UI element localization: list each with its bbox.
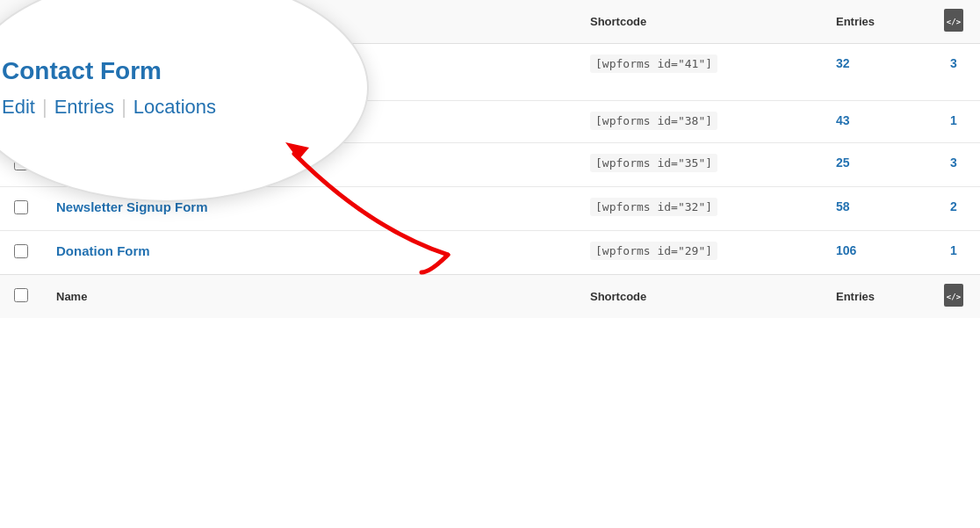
row-checkbox-cell bbox=[0, 231, 42, 275]
shortcode-cell: [wpforms id="32"] bbox=[576, 187, 822, 231]
header-code-icon: </> bbox=[944, 21, 963, 34]
magnify-sep-2: | bbox=[121, 96, 126, 119]
entries-cell: 32 bbox=[822, 44, 927, 101]
svg-text:</>: </> bbox=[947, 18, 962, 26]
svg-text:</>: </> bbox=[947, 293, 962, 301]
entries-value: 25 bbox=[836, 156, 850, 170]
footer-icon-col: </> bbox=[927, 275, 980, 319]
footer-code-icon: </> bbox=[944, 296, 963, 309]
forms-table-container: Name Shortcode Entries </> bbox=[0, 0, 980, 528]
icon-count-cell: 3 bbox=[927, 44, 980, 101]
table-footer-row: Name Shortcode Entries </> bbox=[0, 275, 980, 319]
entries-value: 106 bbox=[836, 243, 856, 257]
entries-value: 32 bbox=[836, 56, 850, 70]
footer-shortcode-col: Shortcode bbox=[576, 275, 822, 319]
icon-count-value: 3 bbox=[950, 56, 957, 70]
entries-value: 43 bbox=[836, 113, 850, 127]
footer-name-col: Name bbox=[42, 275, 576, 319]
icon-count-cell: 3 bbox=[927, 143, 980, 187]
magnify-form-name: Contact Form bbox=[2, 57, 332, 85]
table-row: Donation Form [wpforms id="29"] 106 1 bbox=[0, 231, 980, 275]
header-icon-col: </> bbox=[927, 0, 980, 44]
form-name-link[interactable]: Newsletter Signup Form bbox=[56, 199, 562, 214]
shortcode-value: [wpforms id="35"] bbox=[590, 154, 717, 172]
shortcode-value: [wpforms id="32"] bbox=[590, 198, 717, 216]
row-name-cell: Donation Form bbox=[42, 231, 576, 275]
icon-count-value: 3 bbox=[950, 156, 957, 170]
icon-count-value: 2 bbox=[950, 199, 957, 213]
magnify-edit-link[interactable]: Edit bbox=[2, 96, 35, 119]
shortcode-value: [wpforms id="41"] bbox=[590, 54, 717, 73]
entries-value: 58 bbox=[836, 199, 850, 213]
shortcode-cell: [wpforms id="41"] bbox=[576, 44, 822, 101]
header-shortcode-label: Shortcode bbox=[590, 15, 646, 28]
icon-count-cell: 1 bbox=[927, 231, 980, 275]
footer-entries-col: Entries bbox=[822, 275, 927, 319]
header-shortcode-col: Shortcode bbox=[576, 0, 822, 44]
magnify-sep-1: | bbox=[42, 96, 47, 119]
form-name-link[interactable]: Donation Form bbox=[56, 243, 562, 258]
row-checkbox-cell bbox=[0, 187, 42, 231]
row-checkbox[interactable] bbox=[14, 244, 28, 258]
icon-count-cell: 1 bbox=[927, 101, 980, 143]
shortcode-cell: [wpforms id="35"] bbox=[576, 143, 822, 187]
footer-shortcode-label: Shortcode bbox=[590, 290, 646, 303]
footer-checkbox-col bbox=[0, 275, 42, 319]
row-checkbox[interactable] bbox=[14, 200, 28, 214]
magnify-locations-link[interactable]: Locations bbox=[133, 96, 216, 119]
footer-name-label: Name bbox=[56, 290, 87, 303]
footer-entries-label: Entries bbox=[836, 290, 875, 303]
header-entries-col: Entries bbox=[822, 0, 927, 44]
magnify-entries-link[interactable]: Entries bbox=[54, 96, 114, 119]
icon-count-cell: 2 bbox=[927, 187, 980, 231]
entries-cell: 106 bbox=[822, 231, 927, 275]
select-all-footer-checkbox[interactable] bbox=[14, 288, 28, 302]
icon-count-value: 1 bbox=[950, 243, 957, 257]
shortcode-value: [wpforms id="38"] bbox=[590, 112, 717, 130]
magnify-content: Contact Form Edit | Entries | Locations bbox=[0, 31, 367, 145]
entries-cell: 43 bbox=[822, 101, 927, 143]
shortcode-cell: [wpforms id="29"] bbox=[576, 231, 822, 275]
shortcode-value: [wpforms id="29"] bbox=[590, 242, 717, 260]
header-entries-label: Entries bbox=[836, 15, 875, 28]
icon-count-value: 1 bbox=[950, 113, 957, 127]
magnify-actions: Edit | Entries | Locations bbox=[2, 96, 332, 119]
entries-cell: 58 bbox=[822, 187, 927, 231]
shortcode-cell: [wpforms id="38"] bbox=[576, 101, 822, 143]
entries-cell: 25 bbox=[822, 143, 927, 187]
